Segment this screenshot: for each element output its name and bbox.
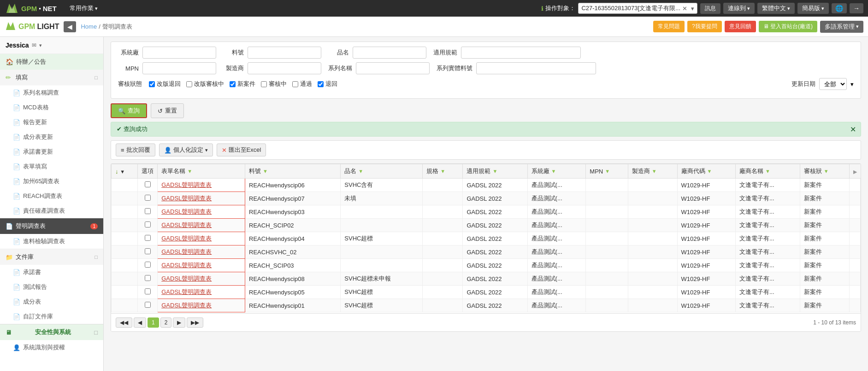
scroll-right-icon[interactable]: ▶ — [853, 169, 857, 174]
sidebar-item-reach[interactable]: 📄 REACH調查表 — [0, 189, 103, 203]
checkbox-returned[interactable]: 退回 — [318, 80, 337, 88]
sidebar-item-test-report[interactable]: 📄 測試報告 — [0, 280, 103, 294]
row-checkbox[interactable] — [145, 195, 151, 201]
sidebar-user[interactable]: Jessica ✉ ▾ — [0, 37, 103, 54]
cb-reviewing[interactable] — [261, 81, 267, 87]
page-2-btn[interactable]: 2 — [160, 317, 172, 328]
filter-manufacturer-icon[interactable]: ▼ — [652, 168, 657, 174]
btn-batch-reply[interactable]: ≡ 批次回覆 — [116, 144, 155, 156]
filter-vendor-code-icon[interactable]: ▼ — [707, 168, 712, 174]
btn-reset[interactable]: ↺ 重置 — [151, 103, 184, 118]
input-mpn[interactable] — [142, 62, 216, 74]
filter-product-name-icon[interactable]: ▼ — [358, 168, 363, 174]
sidebar-safety-sys-header[interactable]: 🖥 安全性與系統 □ — [0, 324, 103, 340]
sidebar-item-sys-recognize[interactable]: 👤 系統識別與授權 — [0, 340, 103, 355]
operation-box[interactable]: C27-1635502813073[文逢電子有限... ✕ ▾ — [578, 3, 697, 14]
row-checkbox[interactable] — [145, 262, 151, 268]
btn-export[interactable]: → — [850, 3, 863, 13]
page-first-btn[interactable]: ◀◀ — [116, 317, 132, 328]
breadcrumb-home[interactable]: Home — [81, 23, 97, 30]
page-last-btn[interactable]: ▶▶ — [187, 317, 203, 328]
filter-mpn-icon[interactable]: ▼ — [605, 168, 610, 174]
page-prev-btn[interactable]: ◀ — [134, 317, 146, 328]
checkbox-new-case[interactable]: 新案件 — [230, 80, 255, 88]
link-form-name[interactable]: GADSL聲明調查表 — [161, 288, 212, 295]
sidebar-item-incoming[interactable]: 📄 進料檢驗調查表 — [0, 234, 103, 249]
filter-system-code-icon[interactable]: ▼ — [551, 168, 556, 174]
btn-feedback[interactable]: 意見回饋 — [725, 21, 756, 32]
select-update-date[interactable]: 全部 今天 本週 本月 — [819, 78, 847, 90]
link-form-name[interactable]: GADSL聲明調查表 — [161, 208, 212, 215]
btn-personalize[interactable]: 👤 個人化設定 ▾ — [159, 144, 213, 156]
checkbox-rev-review[interactable]: 改版審核中 — [186, 80, 224, 88]
nav-common-ops[interactable]: 常用作業 ▾ — [70, 4, 98, 12]
cb-passed[interactable] — [292, 81, 298, 87]
sidebar-item-report[interactable]: 📄 報告更新 — [0, 115, 103, 130]
link-form-name[interactable]: GADSL聲明調查表 — [161, 275, 212, 282]
row-checkbox[interactable] — [145, 181, 151, 187]
row-checkbox[interactable] — [145, 235, 151, 241]
sidebar-item-commitment-doc[interactable]: 📄 承諾書 — [0, 265, 103, 280]
sidebar-item-series-survey[interactable]: 📄 系列名稱調查 — [0, 85, 103, 100]
sidebar-item-fill[interactable]: ✏ 填寫 □ — [0, 70, 103, 85]
filter-vendor-name-icon[interactable]: ▼ — [765, 168, 770, 174]
sidebar-item-pending[interactable]: 🏠 待辦／公告 — [0, 54, 103, 70]
input-part[interactable] — [248, 47, 321, 59]
btn-search[interactable]: 🔍 查詢 — [111, 103, 147, 118]
sidebar-doc-lib-header[interactable]: 📁 文件庫 □ — [0, 249, 103, 265]
input-manufacturer[interactable] — [248, 62, 321, 74]
btn-lang[interactable]: 繁體中文 ▾ — [757, 3, 795, 14]
cb-rev-review[interactable] — [186, 81, 192, 87]
page-next-btn[interactable]: ▶ — [173, 317, 185, 328]
row-checkbox[interactable] — [145, 302, 151, 308]
filter-review-status-icon[interactable]: ▼ — [824, 168, 829, 174]
link-form-name[interactable]: GADSL聲明調查表 — [161, 248, 212, 255]
row-checkbox[interactable] — [145, 248, 151, 254]
checkbox-passed[interactable]: 通過 — [292, 80, 312, 88]
sidebar-item-ca65[interactable]: 📄 加州65調查表 — [0, 174, 103, 189]
link-form-name[interactable]: GADSL聲明調查表 — [161, 195, 212, 202]
link-form-name[interactable]: GADSL聲明調查表 — [161, 181, 212, 188]
sidebar-item-custom-doc[interactable]: 📄 自訂文件庫 — [0, 309, 103, 324]
success-close-btn[interactable]: ✕ — [850, 125, 856, 134]
filter-applicable-spec-icon[interactable]: ▼ — [492, 168, 497, 174]
link-form-name[interactable]: GADSL聲明調查表 — [161, 235, 212, 242]
sort-down-icon[interactable]: ↓ — [115, 168, 118, 175]
checkbox-rev-return[interactable]: 改版退回 — [149, 80, 181, 88]
sidebar-item-form-fill[interactable]: 📄 表單填寫 — [0, 159, 103, 174]
row-checkbox[interactable] — [145, 208, 151, 214]
cb-new-case[interactable] — [230, 81, 236, 87]
input-series-material[interactable] — [476, 62, 596, 74]
input-product-name[interactable] — [353, 47, 426, 59]
cb-returned[interactable] — [318, 81, 324, 87]
row-checkbox[interactable] — [145, 221, 151, 227]
page-1-btn[interactable]: 1 — [148, 317, 159, 328]
sort-filter-icon[interactable]: ▼ — [120, 169, 125, 174]
sidebar-item-component-table[interactable]: 📄 成分表 — [0, 294, 103, 309]
sidebar-item-component[interactable]: 📄 成分表更新 — [0, 130, 103, 144]
link-form-name[interactable]: GADSL聲明調查表 — [161, 262, 212, 269]
btn-simple-version[interactable]: 簡易版 ▾ — [797, 3, 829, 14]
operation-dropdown-icon[interactable]: ▾ — [691, 5, 694, 12]
link-form-name[interactable]: GADSL聲明調查表 — [161, 221, 212, 228]
row-checkbox[interactable] — [145, 275, 151, 281]
operation-close-icon[interactable]: ✕ — [682, 5, 687, 12]
btn-ask[interactable]: ?我要提問 — [687, 21, 722, 32]
btn-multilang[interactable]: 多語系管理 ▾ — [820, 21, 863, 33]
checkbox-reviewing[interactable]: 審核中 — [261, 80, 287, 88]
btn-globe[interactable]: 🌐 — [832, 3, 847, 13]
input-series-name[interactable] — [356, 62, 430, 74]
filter-part-icon[interactable]: ▼ — [263, 168, 268, 174]
btn-connect[interactable]: 連線到 ▾ — [723, 3, 755, 14]
sidebar-item-commitment-update[interactable]: 📄 承諾書更新 — [0, 144, 103, 159]
link-form-name[interactable]: GADSL聲明調查表 — [161, 302, 212, 309]
input-applicable-spec[interactable] — [461, 47, 581, 59]
filter-form-name-icon[interactable]: ▼ — [187, 168, 192, 174]
filter-spec-icon[interactable]: ▼ — [440, 168, 445, 174]
btn-message[interactable]: 訊息 — [700, 3, 720, 14]
back-button[interactable]: ◀ — [64, 21, 76, 32]
btn-login[interactable]: 🖥 登入首站台(廠道) — [759, 21, 817, 32]
row-checkbox[interactable] — [145, 288, 151, 294]
btn-export-excel[interactable]: ✕ 匯出至Excel — [217, 144, 266, 156]
btn-faq[interactable]: 常見問題 — [653, 21, 685, 32]
